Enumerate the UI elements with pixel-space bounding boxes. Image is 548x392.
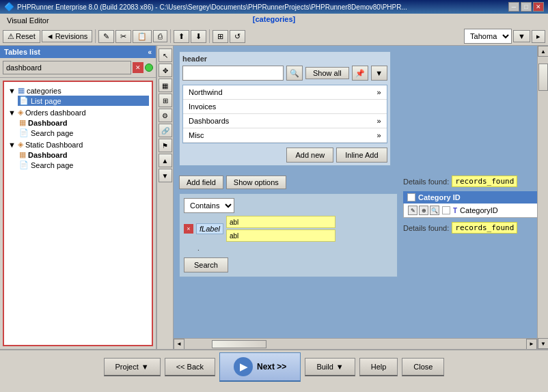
vert-btn-7[interactable]: ⚑	[159, 139, 172, 152]
search-icon-btn[interactable]: 🔍	[286, 66, 303, 81]
vertical-scrollbar[interactable]: ▲ ▼	[537, 46, 548, 349]
vert-btn-6[interactable]: 🔗	[159, 124, 172, 137]
h-scroll-track[interactable]	[184, 339, 526, 349]
tree-children-orders: ▦ Dashboard 📄 Search page	[18, 117, 149, 138]
filter-input-1[interactable]	[226, 216, 335, 228]
menu-bar: Visual Editor [categories]	[0, 14, 548, 27]
menu-item-misc[interactable]: Misc »	[183, 128, 387, 143]
sidebar: Tables list « ✕ ▼ ▦ categories 📄 List pa…	[0, 46, 157, 349]
tree-node-orders-dashboard: ▼ ◈ Orders dashboard ▦ Dashboard 📄 Searc…	[7, 107, 149, 139]
page-icon: 📄	[19, 96, 29, 105]
tree-label: List page	[31, 97, 61, 105]
more-button[interactable]: ▸	[532, 30, 545, 43]
sidebar-search-input[interactable]	[3, 61, 131, 74]
paste-button[interactable]: ⎙	[153, 30, 167, 42]
vert-btn-8[interactable]: ▲	[159, 154, 172, 167]
edit-button[interactable]: ✎	[98, 30, 114, 43]
category-header: Category ID	[403, 191, 537, 204]
refresh-button[interactable]: ↺	[230, 30, 245, 43]
details-found-row-2: Details found: records_found	[403, 222, 537, 234]
v-scroll-track[interactable]	[538, 57, 548, 338]
tree-item-orders-search[interactable]: 📄 Search page	[18, 128, 149, 138]
menu-item-northwind[interactable]: Northwind »	[183, 85, 387, 100]
build-button[interactable]: Build ▼	[305, 358, 355, 376]
scroll-up-button[interactable]: ▲	[538, 46, 548, 57]
vert-btn-5[interactable]: ⚙	[159, 109, 172, 122]
reset-button[interactable]: ⚠ Reset	[3, 30, 40, 43]
search-row-icon[interactable]: 🔍	[430, 206, 439, 215]
next-button[interactable]: ▶ Next >>	[219, 352, 301, 382]
expand-icon: ▼	[8, 109, 16, 117]
maximize-button[interactable]: □	[521, 2, 532, 12]
tree-item-categories[interactable]: ▼ ▦ categories	[7, 85, 149, 96]
move-down-button[interactable]: ⬇	[191, 30, 206, 43]
menu-visual-editor[interactable]: Visual Editor	[3, 15, 53, 26]
font-selector[interactable]: Tahoma	[464, 29, 512, 44]
add-col-button[interactable]: ⊞	[213, 30, 228, 43]
project-button[interactable]: Project ▼	[104, 358, 161, 376]
vert-btn-2[interactable]: ✥	[159, 64, 172, 77]
sidebar-collapse-button[interactable]: «	[148, 48, 152, 56]
v-scroll-thumb[interactable]	[538, 64, 548, 91]
content-scroll[interactable]: header 🔍 Show all 📌 ▼ Northwind	[174, 46, 537, 338]
table-icon: ▦	[18, 86, 25, 95]
cut-button[interactable]: ✂	[115, 30, 131, 43]
font-size-button[interactable]: ▼	[513, 30, 530, 42]
move-up-button[interactable]: ⬆	[174, 30, 189, 43]
row-checkbox[interactable]	[442, 206, 450, 214]
revisions-button[interactable]: ◄ Revisions	[42, 30, 93, 42]
tree-item-static-search[interactable]: 📄 Search page	[18, 160, 149, 170]
help-button[interactable]: Help	[359, 358, 398, 376]
show-options-button[interactable]: Show options	[226, 176, 286, 189]
show-all-button[interactable]: Show all	[305, 67, 349, 79]
tree-label: Search page	[31, 161, 73, 169]
category-checkbox[interactable]	[407, 193, 415, 201]
scroll-down-button[interactable]: ▼	[538, 338, 548, 349]
minimize-button[interactable]: ─	[508, 2, 519, 12]
expand-icon: ▼	[8, 87, 16, 95]
tree-node-categories: ▼ ▦ categories 📄 List page	[7, 85, 149, 107]
vert-btn-4[interactable]: ⊞	[159, 94, 172, 107]
tree-item-static-dashboard[interactable]: ▼ ◈ Static Dashboard	[7, 139, 149, 150]
h-scroll-thumb[interactable]	[212, 340, 266, 348]
back-button[interactable]: << Back	[165, 358, 215, 376]
sidebar-clear-button[interactable]: ✕	[133, 62, 143, 73]
search-button[interactable]: Search	[184, 257, 228, 272]
tree-item-static-dashboard-page[interactable]: ▦ Dashboard	[18, 150, 149, 160]
project-label: Project	[115, 363, 139, 371]
vert-btn-3[interactable]: ▦	[159, 79, 172, 92]
tree-item-list-page[interactable]: 📄 List page	[18, 96, 149, 106]
edit-row-icon[interactable]: ✎	[408, 206, 417, 215]
build-arrow-icon: ▼	[336, 363, 344, 371]
pin-icon[interactable]: 📌	[352, 66, 368, 81]
filter-type-select[interactable]: Contains	[184, 198, 234, 213]
tree-item-orders-dashboard[interactable]: ▼ ◈ Orders dashboard	[7, 107, 149, 117]
down-icon: ⬇	[195, 32, 202, 41]
tree-item-orders-dashboard-page[interactable]: ▦ Dashboard	[18, 117, 149, 128]
horizontal-scrollbar[interactable]: ◄ ►	[174, 338, 537, 349]
vert-btn-9[interactable]: ▼	[159, 169, 172, 182]
tree-children-static: ▦ Dashboard 📄 Search page	[18, 150, 149, 170]
filter-input-2[interactable]	[226, 229, 335, 242]
close-window-button[interactable]: ✕	[533, 2, 544, 12]
header-search-input[interactable]	[182, 66, 284, 81]
add-field-button[interactable]: Add field	[179, 176, 223, 189]
category-id-header: Category ID	[418, 193, 461, 201]
filter-remove-button[interactable]: ×	[184, 224, 193, 234]
chevron-down-icon[interactable]: ▼	[371, 66, 387, 81]
copy-row-icon[interactable]: ⊕	[419, 206, 428, 215]
vertical-toolbar: ↖ ✥ ▦ ⊞ ⚙ 🔗 ⚑ ▲ ▼	[157, 46, 174, 349]
menu-item-dashboards[interactable]: Dashboards »	[183, 114, 387, 128]
scroll-left-button[interactable]: ◄	[174, 339, 184, 350]
menu-item-invoices[interactable]: Invoices	[183, 100, 387, 114]
close-label: Close	[413, 363, 433, 371]
inline-add-button[interactable]: Inline Add	[336, 148, 387, 163]
title-bar-controls[interactable]: ─ □ ✕	[508, 2, 544, 12]
add-new-button[interactable]: Add new	[286, 148, 333, 163]
vert-btn-1[interactable]: ↖	[159, 48, 172, 62]
scroll-right-button[interactable]: ►	[526, 339, 537, 350]
close-button[interactable]: Close	[402, 358, 444, 376]
category-row-icons: ✎ ⊕ 🔍	[408, 206, 439, 215]
tree-label: categories	[27, 87, 61, 95]
copy-button[interactable]: 📋	[133, 30, 152, 43]
